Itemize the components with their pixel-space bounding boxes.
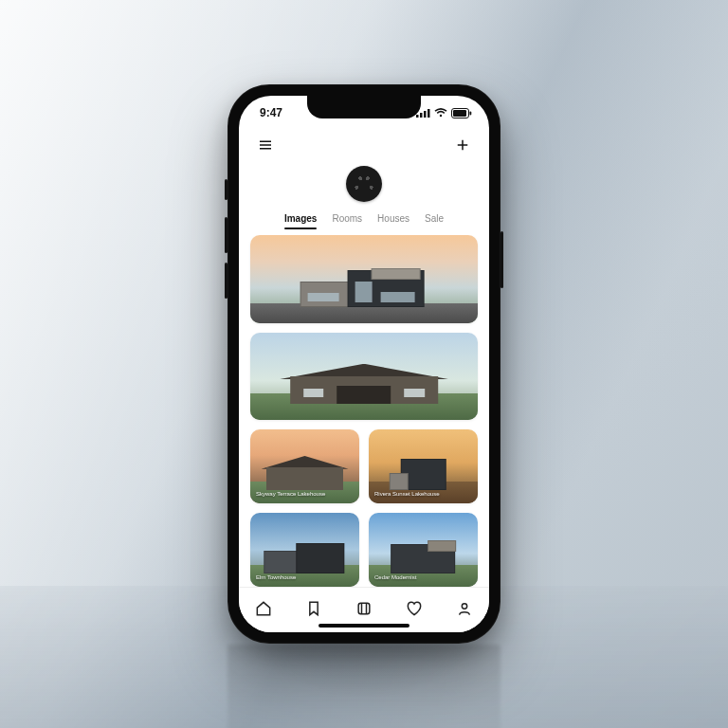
tab-rooms[interactable]: Rooms (332, 211, 362, 228)
feed-grid: Skyway Terrace Lakehouse Rivera Sunset L… (250, 429, 478, 587)
add-button[interactable] (451, 134, 474, 156)
wifi-icon (434, 108, 447, 118)
notch (307, 96, 421, 118)
feed: Skyway Terrace Lakehouse Rivera Sunset L… (239, 235, 489, 587)
nav-home[interactable] (251, 596, 276, 621)
svg-rect-13 (358, 603, 370, 614)
tab-label: Rooms (332, 213, 362, 224)
tab-label: Houses (377, 213, 410, 224)
feed-tile[interactable]: Rivera Sunset Lakehouse (369, 429, 478, 503)
battery-icon (451, 108, 472, 118)
app-header (239, 130, 489, 164)
svg-point-4 (440, 115, 442, 117)
heart-icon (405, 599, 424, 618)
user-icon (455, 599, 474, 618)
hamburger-icon (257, 136, 274, 154)
home-icon (254, 599, 273, 618)
house-illustration (294, 262, 435, 307)
nav-profile[interactable] (452, 596, 477, 621)
svg-rect-6 (453, 110, 466, 117)
tile-caption: Elm Townhouse (256, 574, 296, 582)
menu-button[interactable] (254, 134, 277, 156)
tab-label: Sale (425, 213, 444, 224)
nav-saved[interactable] (352, 596, 376, 621)
feed-tile[interactable]: Elm Townhouse (250, 513, 359, 587)
phone-reflection (228, 645, 500, 728)
svg-rect-7 (470, 111, 472, 115)
bookmark-icon (304, 599, 323, 618)
tile-caption: Cedar Modernist (374, 574, 416, 582)
power-button (500, 231, 503, 288)
mute-switch (225, 179, 228, 200)
tile-caption: Skyway Terrace Lakehouse (256, 491, 325, 499)
profile-avatar[interactable] (346, 166, 382, 202)
plus-icon (454, 136, 471, 154)
svg-point-16 (462, 603, 466, 608)
svg-rect-2 (424, 111, 427, 118)
category-tabs: Images Rooms Houses Sale (239, 211, 489, 235)
home-indicator (318, 624, 410, 628)
phone-screen: 9:47 (239, 96, 489, 632)
status-time: 9:47 (260, 106, 282, 119)
tab-images[interactable]: Images (284, 211, 317, 228)
tab-houses[interactable]: Houses (377, 211, 410, 228)
svg-rect-0 (416, 115, 419, 118)
feed-hero-card[interactable] (250, 333, 478, 421)
house-illustration (280, 364, 448, 405)
feed-tile[interactable]: Skyway Terrace Lakehouse (250, 429, 359, 503)
phone-frame: 9:47 (228, 84, 500, 644)
status-icons (416, 108, 472, 118)
nav-browse[interactable] (301, 596, 326, 621)
feed-hero-card[interactable] (250, 235, 478, 323)
tab-label: Images (284, 213, 317, 224)
feed-tile[interactable]: Cedar Modernist (369, 513, 478, 587)
svg-rect-3 (428, 109, 430, 118)
tab-sale[interactable]: Sale (425, 211, 444, 228)
profile-row (239, 164, 489, 211)
volume-down (225, 263, 228, 299)
nav-favorites[interactable] (402, 596, 427, 621)
tile-caption: Rivera Sunset Lakehouse (374, 491, 440, 499)
svg-rect-1 (420, 113, 423, 118)
grid-icon (355, 599, 373, 618)
volume-up (225, 217, 228, 253)
